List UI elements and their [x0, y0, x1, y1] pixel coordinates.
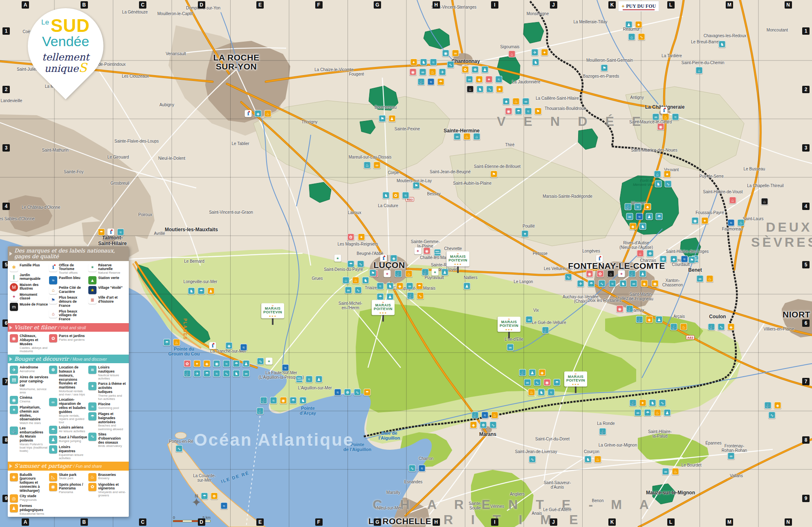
poi-icon: ⚑: [370, 270, 377, 277]
poi-icon: ♣: [503, 98, 510, 105]
legend-item: ∞Location-réparation de vélos et balades…: [49, 398, 87, 424]
poi-icon: ◉: [442, 50, 449, 57]
poi-icon: ☂: [201, 493, 208, 500]
poi-icon: ♨: [406, 270, 413, 277]
poi-icon: ♟: [389, 115, 396, 122]
town-label: Thorigny: [302, 120, 318, 125]
poi-icon: ◈: [204, 360, 211, 367]
poi-icon: ⚓: [422, 269, 429, 276]
legend-icon: M: [10, 283, 18, 291]
grid-row-4-left: 4: [2, 203, 10, 210]
legend-icon: ♟: [10, 504, 18, 512]
poi-icon: ⌂: [729, 197, 736, 204]
poi-icon: ≈: [117, 229, 124, 236]
poi-icon: ∞: [630, 280, 637, 287]
poi-icon: ⌂: [509, 51, 516, 58]
legend-icon: ✈: [10, 366, 18, 374]
town-label: Sainte-Gemme- la-Plaine: [411, 240, 440, 248]
legend-icon: ∞: [49, 398, 57, 406]
grid-column-I-top: I: [491, 1, 498, 9]
poi-icon: ∿: [718, 324, 725, 330]
poi-icon: ♟: [464, 283, 471, 290]
poi-icon: ◈: [476, 76, 483, 83]
poi-icon: ∞: [728, 453, 735, 460]
legend-icon: ◉: [49, 483, 57, 491]
city-label: NIORT: [783, 310, 810, 319]
poi-icon: ☂: [554, 379, 561, 386]
legend-icon: ▤: [10, 375, 18, 384]
grid-row-3-left: 3: [2, 144, 10, 152]
grid-column-N-bottom: N: [785, 518, 792, 526]
town-label: Rives-d'Autise (Nieul-sur-l'Autise): [619, 241, 653, 250]
poi-icon: ≈: [402, 192, 409, 199]
poi-icon: ∞: [626, 213, 633, 220]
poi-icon: ✦: [358, 234, 365, 241]
poi-icon: ∿: [447, 61, 454, 68]
town-label: Marans: [479, 431, 496, 437]
poi-icon: ☂: [437, 78, 444, 85]
grid-column-D-bottom: D: [198, 518, 205, 526]
town-label: Nalliers: [464, 276, 477, 280]
town-label: Saint-Martin- de-Fraigneau: [629, 293, 653, 301]
town-label: La Tardière: [662, 54, 682, 58]
town-label: Charron: [419, 457, 433, 461]
town-label: La Caillère-Saint-Hilaire: [536, 96, 579, 101]
poi-icon: ♨: [738, 219, 745, 226]
poi-icon: ∞: [454, 133, 461, 140]
town-label: Corpe: [388, 171, 399, 175]
poi-icon: ♞: [387, 283, 394, 290]
poi-icon: ⚑: [689, 257, 695, 264]
poi-icon: ☂: [198, 288, 205, 295]
grid-row-2-right: 2: [802, 86, 810, 93]
town-label: Bessay: [427, 192, 441, 197]
compass-star-icon: ✦: [191, 498, 202, 507]
poi-icon: ≈: [672, 114, 679, 121]
poi-icon: ♨: [654, 409, 661, 416]
grid-row-5-right: 5: [802, 261, 810, 268]
poi-icon: ♨: [594, 456, 601, 463]
poi-icon: ◈: [641, 280, 648, 287]
poi-icon: ⚓: [708, 324, 715, 330]
city-label: LUÇON: [373, 261, 405, 270]
city-label: FONTENAY-LE-COMTE: [568, 261, 665, 270]
town-label: Le Busseau: [744, 167, 765, 172]
legend-icon: ◉: [10, 334, 18, 342]
poi-icon: ∞: [374, 162, 381, 169]
poi-icon: ☂: [290, 397, 297, 404]
legend-item: ℹOffice de TourismeTourist offices: [49, 264, 87, 275]
grid-row-7-right: 7: [802, 378, 810, 385]
poi-icon: ♞: [233, 370, 240, 377]
poi-icon: ∿: [534, 379, 541, 386]
legend-icon: ◉: [10, 396, 18, 404]
legend-item: ≣Ville d'art et d'histoire: [88, 296, 127, 304]
poi-icon: ☂: [204, 370, 211, 377]
town-label: Saint-Sauveur- d'Aunis: [544, 481, 571, 489]
legend-icon: ⌂: [49, 310, 57, 318]
town-label: Saint-Mathurin: [42, 148, 68, 153]
town-label: La Couarde- sur-Mer: [193, 474, 216, 482]
grid-column-D-top: D: [198, 1, 205, 9]
poi-icon: ♨: [513, 98, 520, 105]
legend-icon: ℹ: [49, 264, 57, 272]
town-label: Faymoreau: [722, 227, 743, 232]
poi-icon: ⚓: [407, 293, 414, 299]
grid-row-1-left: 1: [2, 27, 10, 35]
poi-icon: ✦: [194, 360, 201, 367]
legend-item: ∿Sites d'observation des oiseauxBirds ob…: [88, 433, 127, 448]
poi-icon: ♨: [662, 114, 669, 121]
poi-icon: ♨: [680, 324, 687, 330]
poi-icon: ∿: [659, 400, 666, 406]
poi-icon: ◉: [652, 280, 659, 287]
poi-icon: ◉: [410, 69, 417, 76]
town-label: Sainte-Pexine: [395, 127, 420, 132]
town-label: Saint-Aubin-la-Plaine: [453, 181, 491, 186]
poi-icon: ♨: [265, 110, 271, 117]
town-label: Chavagnes-les-Redoux: [704, 34, 747, 38]
legend-item: ✈AérodromeAerodrome: [10, 366, 48, 374]
poi-icon: ♞: [188, 288, 195, 295]
poi-icon: ☸: [480, 422, 487, 429]
poi-icon: ∞: [635, 409, 642, 416]
poi-icon: ◈: [774, 402, 781, 409]
poi-icon: ☂: [656, 213, 663, 220]
poi-icon: ≈: [609, 280, 616, 287]
